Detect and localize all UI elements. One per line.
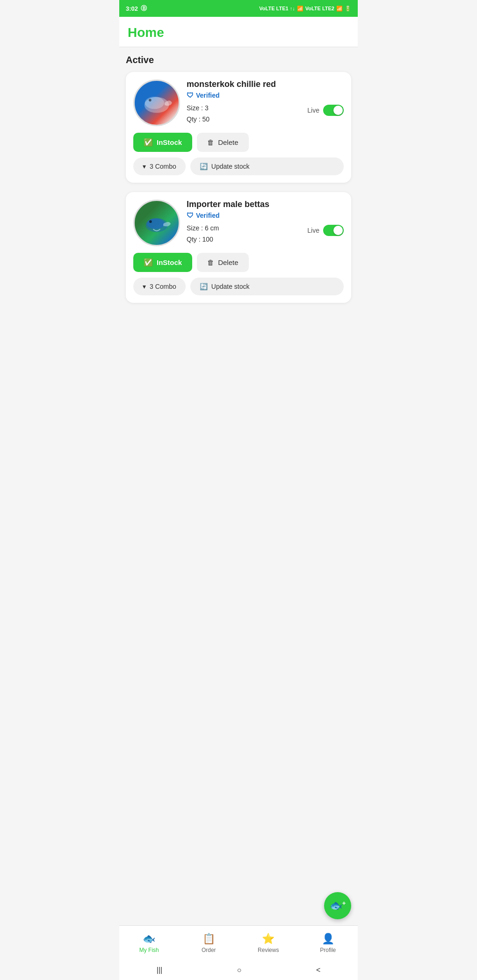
delete-label-1: Delete [218, 138, 238, 146]
fish-card-2: Importer male bettas 🛡 Verified Size : 6… [126, 192, 351, 303]
check-icon-2: ✅ [144, 258, 153, 267]
fish-qty-1: Qty : 50 [187, 114, 210, 125]
update-stock-button-1[interactable]: 🔄 Update stock [190, 157, 344, 175]
svg-point-2 [149, 99, 152, 102]
bottom-row-1: ▾ 3 Combo 🔄 Update stock [133, 157, 344, 175]
combo-label-1: 3 Combo [150, 163, 176, 170]
instock-button-1[interactable]: ✅ InStock [133, 133, 192, 152]
carrier1-label: VoLTE LTE1 ↑↓ [259, 6, 295, 11]
live-label-2: Live [307, 227, 319, 234]
chevron-down-icon-1: ▾ [143, 163, 146, 170]
carrier2-label: VoLTE LTE2 [305, 6, 334, 11]
combo-button-2[interactable]: ▾ 3 Combo [133, 278, 186, 295]
delete-button-2[interactable]: 🗑 Delete [197, 253, 248, 272]
fish-info-2: Importer male bettas 🛡 Verified Size : 6… [187, 200, 344, 245]
chevron-down-icon-2: ▾ [143, 283, 146, 290]
verified-badge-1: 🛡 Verified [187, 91, 344, 99]
fish-details-2: Size : 6 cm Qty : 100 [187, 223, 219, 245]
header: Home [119, 17, 358, 47]
fish-size-1: Size : 3 [187, 103, 210, 114]
verified-badge-2: 🛡 Verified [187, 211, 344, 219]
page-title: Home [128, 25, 349, 40]
signal-1: 📶 [297, 6, 304, 12]
instock-label-1: InStock [157, 138, 182, 146]
combo-button-1[interactable]: ▾ 3 Combo [133, 157, 186, 175]
combo-label-2: 3 Combo [150, 283, 176, 290]
svg-point-1 [145, 97, 164, 109]
svg-point-5 [149, 220, 152, 223]
instock-button-2[interactable]: ✅ InStock [133, 253, 192, 272]
card-2-top: Importer male bettas 🛡 Verified Size : 6… [133, 200, 344, 246]
main-content: Active monsterkok chillie red 🛡 Verified [119, 47, 358, 368]
verified-label-1: Verified [196, 92, 220, 99]
signal-2: 📶 [336, 6, 343, 12]
update-label-1: Update stock [211, 163, 250, 170]
status-time: 3:02 [126, 5, 138, 12]
toggle-switch-1[interactable] [323, 105, 344, 116]
section-title: Active [126, 55, 351, 65]
fish-details-1: Size : 3 Qty : 50 [187, 103, 210, 125]
card-1-top: monsterkok chillie red 🛡 Verified Size :… [133, 79, 344, 126]
verified-label-2: Verified [196, 212, 220, 219]
delete-button-1[interactable]: 🗑 Delete [197, 133, 248, 152]
fish-qty-2: Qty : 100 [187, 234, 219, 245]
battery-icon: 🔋 [345, 6, 351, 12]
status-left: 3:02 Ⓑ [126, 4, 147, 13]
action-row-2: ✅ InStock 🗑 Delete [133, 253, 344, 272]
refresh-icon-1: 🔄 [200, 163, 208, 170]
trash-icon-2: 🗑 [207, 258, 214, 266]
action-row-1: ✅ InStock 🗑 Delete [133, 133, 344, 152]
trash-icon-1: 🗑 [207, 138, 214, 146]
live-toggle-1: Live [307, 105, 344, 116]
fish-avatar-1 [133, 79, 180, 126]
bottom-row-2: ▾ 3 Combo 🔄 Update stock [133, 278, 344, 295]
status-bar: 3:02 Ⓑ VoLTE LTE1 ↑↓ 📶 VoLTE LTE2 📶 🔋 [119, 0, 358, 17]
toggle-switch-2[interactable] [323, 225, 344, 236]
fish-card-1: monsterkok chillie red 🛡 Verified Size :… [126, 72, 351, 183]
info-toggle-1: Size : 3 Qty : 50 Live [187, 103, 344, 125]
live-label-1: Live [307, 107, 319, 114]
shield-icon-2: 🛡 [187, 211, 194, 219]
shield-icon-1: 🛡 [187, 91, 194, 99]
fish-info-1: monsterkok chillie red 🛡 Verified Size :… [187, 79, 344, 125]
refresh-icon-2: 🔄 [200, 283, 208, 290]
instock-label-2: InStock [157, 258, 182, 266]
info-toggle-2: Size : 6 cm Qty : 100 Live [187, 223, 344, 245]
svg-point-4 [147, 219, 165, 229]
fish-name-2: Importer male bettas [187, 200, 344, 209]
update-label-2: Update stock [211, 283, 250, 290]
delete-label-2: Delete [218, 258, 238, 266]
check-icon-1: ✅ [144, 138, 153, 147]
fish-size-2: Size : 6 cm [187, 223, 219, 234]
status-icon: Ⓑ [141, 4, 147, 13]
live-toggle-2: Live [307, 225, 344, 236]
status-right: VoLTE LTE1 ↑↓ 📶 VoLTE LTE2 📶 🔋 [259, 6, 351, 12]
fish-avatar-2 [133, 200, 180, 246]
fish-name-1: monsterkok chillie red [187, 79, 344, 89]
update-stock-button-2[interactable]: 🔄 Update stock [190, 278, 344, 295]
